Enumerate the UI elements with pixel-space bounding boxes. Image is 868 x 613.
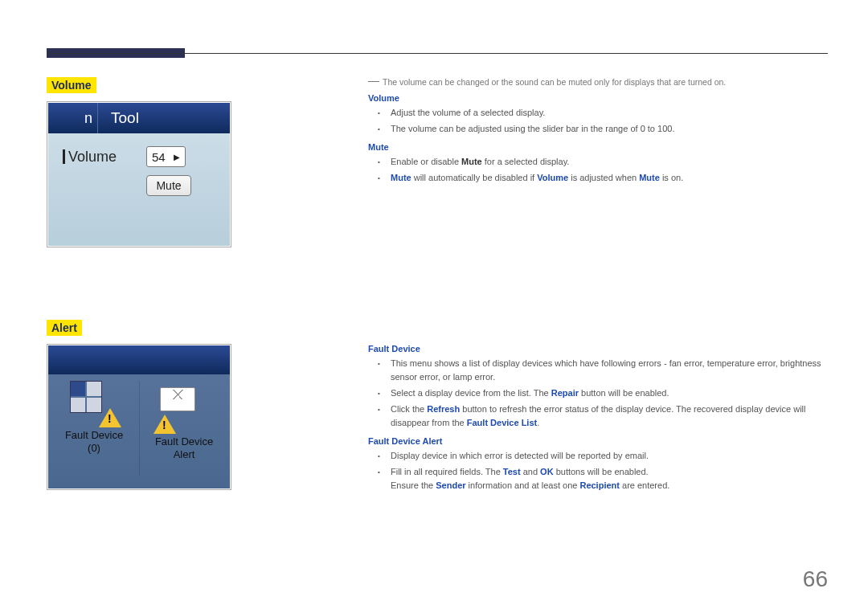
fault-device-icon xyxy=(70,381,102,413)
alert-screenshot: Fault Device(0) Fault DeviceAlert xyxy=(47,344,231,490)
volume-bullet-2: The volume can be adjusted using the sli… xyxy=(383,122,833,136)
volume-bullet-1: Adjust the volume of a selected display. xyxy=(383,106,833,120)
mute-bullet-2: Mute will automatically be disabled if V… xyxy=(383,171,833,185)
tab-previous[interactable]: n xyxy=(48,103,98,133)
fda-bullet-1: Display device in which error is detecte… xyxy=(383,449,833,463)
volume-subheading: Volume xyxy=(368,93,833,103)
fd-bullet-2: Select a display device from the list. T… xyxy=(383,386,833,400)
fda-bullet-2: Fill in all required fields. The Test an… xyxy=(383,465,833,492)
warning-icon xyxy=(99,408,121,427)
alert-tab-bar xyxy=(48,345,230,374)
fault-device-button[interactable]: Fault Device(0) xyxy=(51,381,137,488)
volume-stepper[interactable]: 54 ▶ xyxy=(146,146,186,167)
alert-section-heading: Alert xyxy=(47,320,82,336)
warning-icon xyxy=(154,415,176,434)
right-column-alert: Fault Device This menu shows a list of d… xyxy=(368,337,833,496)
page-number: 66 xyxy=(803,566,828,592)
note-text: The volume can be changed or the sound c… xyxy=(368,77,833,87)
envelope-icon xyxy=(160,387,195,411)
volume-section-heading: Volume xyxy=(47,77,96,93)
mute-bullet-1: Enable or disable Mute for a selected di… xyxy=(383,155,833,169)
header-divider xyxy=(47,53,828,54)
chevron-right-icon[interactable]: ▶ xyxy=(174,153,180,161)
volume-screenshot: n Tool Volume 54 ▶ Mute xyxy=(47,101,231,247)
fault-device-alert-subheading: Fault Device Alert xyxy=(368,436,833,446)
fault-device-alert-button[interactable]: Fault DeviceAlert xyxy=(141,381,227,488)
tab-tool[interactable]: Tool xyxy=(98,103,230,133)
mute-button[interactable]: Mute xyxy=(146,175,191,196)
fault-device-subheading: Fault Device xyxy=(368,344,833,353)
right-column-volume: The volume can be changed or the sound c… xyxy=(368,77,833,188)
tab-bar: n Tool xyxy=(48,103,230,133)
fd-bullet-1: This menu shows a list of display device… xyxy=(383,357,833,384)
left-column: Volume n Tool Volume 54 ▶ Mute Alert xyxy=(47,77,264,490)
mute-subheading: Mute xyxy=(368,142,833,152)
volume-label: Volume xyxy=(63,149,140,166)
fd-bullet-3: Click the Refresh button to refresh the … xyxy=(383,403,833,430)
volume-value: 54 xyxy=(152,150,166,164)
